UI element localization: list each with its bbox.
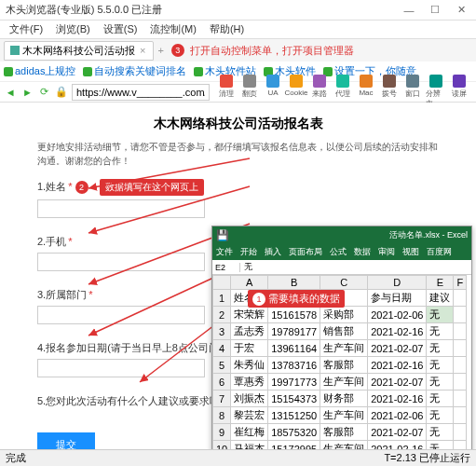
excel-window[interactable]: 💾 活动名单.xlsx - Excel 文件开始插入页面布局公式数据审阅视图百度… xyxy=(211,226,472,466)
forward-button[interactable]: ► xyxy=(20,84,34,101)
back-button[interactable]: ◄ xyxy=(4,84,17,101)
toolbar-link[interactable]: adidas上规控 xyxy=(4,64,75,78)
field-name-label: 1.姓名* 2 数据填写在这个网页上 xyxy=(37,179,439,196)
status-right: T=2.13 已停止运行 xyxy=(384,451,470,465)
page-title: 木木网络科技公司活动报名表 xyxy=(37,116,439,132)
phone-input[interactable] xyxy=(37,253,205,271)
menu-item[interactable]: 帮助(H) xyxy=(204,21,250,38)
excel-note: 1需要填表的数据 xyxy=(248,290,345,308)
menu-item[interactable]: 设置(S) xyxy=(98,21,143,38)
menu-item[interactable]: 流控制(M) xyxy=(144,21,202,38)
new-tab-button[interactable]: + xyxy=(156,45,165,56)
excel-menu-item[interactable]: 审阅 xyxy=(378,246,395,258)
excel-menu-item[interactable]: 公式 xyxy=(330,246,347,258)
excel-cell-ref[interactable]: E2 xyxy=(212,263,240,272)
tab-label: 木木网络科技公司活动报 xyxy=(22,44,135,58)
address-input[interactable] xyxy=(72,84,210,101)
excel-menu-item[interactable]: 文件 xyxy=(216,246,233,258)
excel-save-icon[interactable]: 💾 xyxy=(216,229,229,241)
minimize-button[interactable]: — xyxy=(400,3,418,18)
dept-input[interactable] xyxy=(37,306,205,324)
excel-formula-bar[interactable]: 无 xyxy=(240,261,256,273)
excel-menu-item[interactable]: 视图 xyxy=(402,246,419,258)
tip-text: 打开自动控制菜单，打开项目管理器 xyxy=(190,44,354,58)
excel-menu-item[interactable]: 开始 xyxy=(240,246,257,258)
lock-icon: 🔒 xyxy=(55,84,68,101)
excel-title: 活动名单.xlsx - Excel xyxy=(229,229,468,241)
status-left: 完成 xyxy=(6,451,26,465)
window-title: 木头浏览器(专业版) 5.5.0.0 已注册 xyxy=(6,3,400,17)
close-button[interactable]: ✕ xyxy=(452,3,470,18)
excel-menu-item[interactable]: 页面布局 xyxy=(289,246,322,258)
menu-item[interactable]: 文件(F) xyxy=(4,21,48,38)
date-input[interactable] xyxy=(37,359,205,377)
name-input[interactable] xyxy=(37,199,205,218)
note-badge: 2 xyxy=(75,181,88,194)
excel-menu-item[interactable]: 百度网 xyxy=(427,246,452,258)
form-note: 数据填写在这个网页上 xyxy=(100,179,204,196)
page-description: 更好地安排活动细节，请您不管是否参与，都仔细填写该报名信息表，以便公司后续的活动… xyxy=(37,140,439,168)
menu-item[interactable]: 浏览(B) xyxy=(50,21,96,38)
excel-menu-item[interactable]: 插入 xyxy=(265,246,281,258)
excel-menu-item[interactable]: 数据 xyxy=(354,246,371,258)
tab-close-icon[interactable]: × xyxy=(138,45,147,56)
tip-badge: 3 xyxy=(171,44,184,57)
maximize-button[interactable]: ☐ xyxy=(426,3,444,18)
tab-icon xyxy=(10,46,20,55)
browser-tab[interactable]: 木木网络科技公司活动报 × xyxy=(4,41,154,61)
reload-button[interactable]: ⟳ xyxy=(38,84,51,101)
toolbar-link[interactable]: 自动搜索关键词排名 xyxy=(83,64,186,78)
